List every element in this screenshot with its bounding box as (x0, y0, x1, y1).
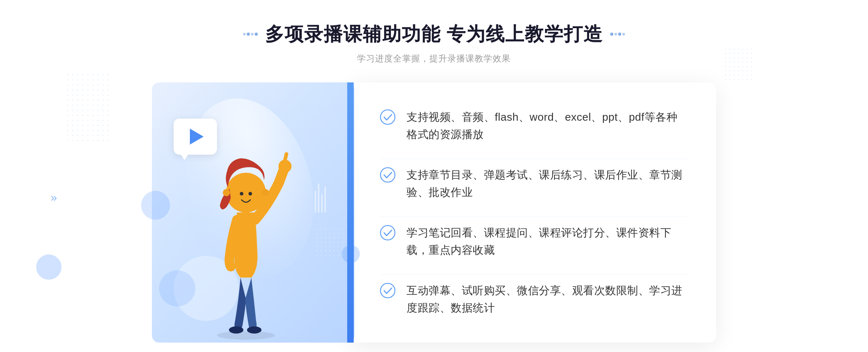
subtitle: 学习进度全掌握，提升录播课教学效果 (243, 53, 625, 64)
page-wrapper: » 多项录播课辅助功能 专为线上教学打造 学习进度全掌握，提升录播课教学效果 (0, 0, 868, 352)
svg-point-8 (223, 189, 230, 196)
svg-point-0 (217, 331, 275, 340)
stripes-decoration (315, 184, 336, 220)
header-dec-left (243, 33, 258, 36)
svg-point-13 (380, 283, 395, 298)
bg-circle-decoration (36, 254, 61, 280)
dec-dot-1 (243, 33, 246, 35)
svg-point-7 (248, 192, 252, 196)
illustration-area (152, 82, 354, 343)
svg-point-2 (247, 326, 261, 334)
feature-text-4: 互动弹幕、试听购买、微信分享、观看次数限制、学习进度跟踪、数据统计 (407, 282, 687, 317)
title-row: 多项录播课辅助功能 专为线上教学打造 (243, 22, 625, 47)
check-icon-1 (380, 109, 396, 125)
dec-dot-4 (255, 33, 258, 36)
header-dec-right (610, 33, 625, 36)
ill-circle-small-left (141, 191, 170, 220)
feature-text-1: 支持视频、音频、flash、word、excel、ppt、pdf等各种格式的资源… (407, 108, 687, 143)
check-icon-4 (380, 283, 396, 299)
check-icon-3 (380, 225, 396, 241)
feature-text-3: 学习笔记回看、课程提问、课程评论打分、课件资料下载，重点内容收藏 (407, 224, 687, 259)
dots-decoration-left (65, 72, 109, 145)
ill-dots-decoration (315, 227, 344, 256)
blue-accent-bar (347, 82, 354, 343)
feature-text-2: 支持章节目录、弹题考试、课后练习、课后作业、章节测验、批改作业 (407, 166, 687, 201)
dots-decoration-right (723, 47, 752, 83)
feature-item-4: 互动弹幕、试听购买、微信分享、观看次数限制、学习进度跟踪、数据统计 (380, 274, 687, 324)
svg-point-6 (240, 192, 243, 196)
feature-item-3: 学习笔记回看、课程提问、课程评论打分、课件资料下载，重点内容收藏 (380, 216, 687, 266)
svg-point-10 (380, 110, 395, 124)
feature-item-2: 支持章节目录、弹题考试、课后练习、课后作业、章节测验、批改作业 (380, 159, 687, 208)
dec-dot-3 (251, 33, 254, 35)
svg-point-9 (262, 189, 269, 196)
svg-point-11 (380, 168, 395, 182)
svg-point-1 (229, 326, 243, 334)
check-icon-2 (380, 167, 396, 183)
arrow-decoration-left: » (51, 192, 57, 204)
content-section: 支持视频、音频、flash、word、excel、ppt、pdf等各种格式的资源… (152, 82, 716, 343)
header-section: 多项录播课辅助功能 专为线上教学打造 学习进度全掌握，提升录播课教学效果 (243, 22, 625, 64)
svg-point-12 (380, 226, 395, 240)
dec-dot-2 (247, 33, 250, 36)
dec-dot-5 (610, 33, 613, 36)
feature-item-1: 支持视频、音频、flash、word、excel、ppt、pdf等各种格式的资源… (380, 101, 687, 150)
human-figure (188, 126, 304, 343)
svg-point-5 (226, 173, 266, 213)
dec-dot-7 (618, 33, 621, 36)
features-panel: 支持视频、音频、flash、word、excel、ppt、pdf等各种格式的资源… (351, 82, 716, 343)
dec-dot-6 (614, 33, 617, 35)
main-title: 多项录播课辅助功能 专为线上教学打造 (265, 22, 603, 47)
dec-dot-8 (622, 33, 625, 35)
